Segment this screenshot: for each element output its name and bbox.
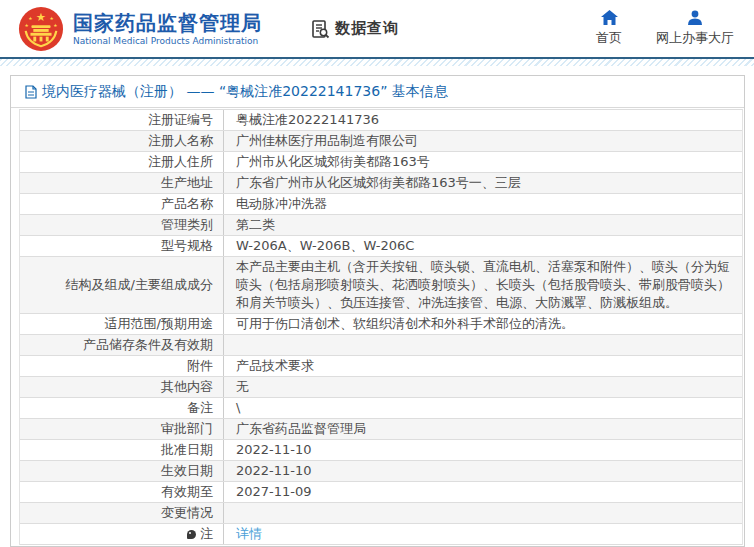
row-label: 有效期至 [20, 482, 224, 502]
table-row: 其他内容无 [20, 377, 742, 398]
nav-item-home[interactable]: 首页 [596, 10, 622, 47]
row-value: 产品技术要求 [224, 356, 742, 376]
row-value: W-206A、W-206B、W-206C [224, 236, 742, 256]
table-row: 变更情况 [20, 503, 742, 524]
row-label: 产品名称 [20, 194, 224, 214]
table-row: 备注\ [20, 398, 742, 419]
row-label: 结构及组成/主要组成成分 [20, 257, 224, 313]
page-title-bar: 境内医疗器械（注册） —— “粤械注准20222141736” 基本信息 [11, 76, 744, 108]
document-icon [25, 85, 37, 99]
row-label: 型号规格 [20, 236, 224, 256]
svg-text:★: ★ [28, 16, 32, 21]
row-label: 其他内容 [20, 377, 224, 397]
row-value: 第二类 [224, 215, 742, 235]
row-label: 适用范围/预期用途 [20, 314, 224, 334]
row-value: 2022-11-10 [224, 461, 742, 481]
table-row: 适用范围/预期用途可用于伤口清创术、软组织清创术和外科手术部位的清洗。 [20, 314, 742, 335]
row-value: 广东省广州市从化区城郊街美都路163号一、三层 [224, 173, 742, 193]
table-row: 有效期至2027-11-09 [20, 482, 742, 503]
page-title: 境内医疗器械（注册） —— “粤械注准20222141736” 基本信息 [42, 83, 448, 101]
nav-item-label: 网上办事大厅 [656, 29, 734, 47]
nav-item-label: 首页 [596, 29, 622, 47]
site-header: ★ ★ ★ ★ ★ 国家药品监督管理局 National Medical Pro… [0, 0, 754, 57]
row-label: 注册人名称 [20, 131, 224, 151]
row-label: 注册人住所 [20, 152, 224, 172]
table-row: 附件产品技术要求 [20, 356, 742, 377]
row-label: 批准日期 [20, 440, 224, 460]
row-label: 产品储存条件及有效期 [20, 335, 224, 355]
note-icon [187, 530, 196, 539]
table-row: 结构及组成/主要组成成分本产品主要由主机（含开关按钮、喷头锁、直流电机、活塞泵和… [20, 257, 742, 314]
row-value: \ [224, 398, 742, 418]
row-label: 附件 [20, 356, 224, 376]
row-value: 广州市从化区城郊街美都路163号 [224, 152, 742, 172]
table-row: 注详情 [20, 524, 742, 545]
agency-title-block: 国家药品监督管理局 National Medical Products Admi… [73, 11, 262, 47]
row-value: 广州佳林医疗用品制造有限公司 [224, 131, 742, 151]
row-label: 注册证编号 [20, 110, 224, 130]
row-label: 管理类别 [20, 215, 224, 235]
table-row: 生效日期2022-11-10 [20, 461, 742, 482]
data-query-button[interactable]: 数据查询 [310, 19, 399, 39]
data-query-label: 数据查询 [335, 19, 399, 38]
main-panel: 境内医疗器械（注册） —— “粤械注准20222141736” 基本信息 注册证… [10, 75, 745, 547]
table-row: 型号规格W-206A、W-206B、W-206C [20, 236, 742, 257]
row-label: 备注 [20, 398, 224, 418]
row-value: 2022-11-10 [224, 440, 742, 460]
person-icon [687, 10, 703, 25]
row-value: 本产品主要由主机（含开关按钮、喷头锁、直流电机、活塞泵和附件）、喷头（分为短喷头… [224, 257, 742, 313]
row-value: 电动脉冲冲洗器 [224, 194, 742, 214]
row-value [224, 503, 742, 523]
table-row: 注册人住所广州市从化区城郊街美都路163号 [20, 152, 742, 173]
table-row: 生产地址广东省广州市从化区城郊街美都路163号一、三层 [20, 173, 742, 194]
row-value: 广东省药品监督管理局 [224, 419, 742, 439]
row-value: 详情 [224, 524, 742, 544]
registration-info-table: 注册证编号粤械注准20222141736注册人名称广州佳林医疗用品制造有限公司注… [19, 109, 743, 545]
row-value: 无 [224, 377, 742, 397]
table-row: 批准日期2022-11-10 [20, 440, 742, 461]
svg-text:★: ★ [53, 23, 57, 28]
national-emblem-logo: ★ ★ ★ ★ ★ [18, 6, 64, 52]
row-value: 2027-11-09 [224, 482, 742, 502]
row-label: 审批部门 [20, 419, 224, 439]
nav-item-service-hall[interactable]: 网上办事大厅 [656, 10, 734, 47]
table-row: 产品储存条件及有效期 [20, 335, 742, 356]
header-nav: 首页 网上办事大厅 [596, 10, 734, 47]
header-stripe-divider [0, 57, 754, 66]
table-row: 审批部门广东省药品监督管理局 [20, 419, 742, 440]
agency-brand: ★ ★ ★ ★ ★ 国家药品监督管理局 National Medical Pro… [18, 6, 262, 52]
row-label: 生效日期 [20, 461, 224, 481]
agency-name-en: National Medical Products Administration [73, 35, 262, 47]
svg-text:★: ★ [49, 16, 53, 21]
home-icon [601, 10, 618, 25]
table-row: 产品名称电动脉冲冲洗器 [20, 194, 742, 215]
row-label: 生产地址 [20, 173, 224, 193]
row-value: 可用于伤口清创术、软组织清创术和外科手术部位的清洗。 [224, 314, 742, 334]
table-row: 注册证编号粤械注准20222141736 [20, 110, 742, 131]
row-value: 粤械注准20222141736 [224, 110, 742, 130]
svg-text:★: ★ [36, 10, 46, 24]
row-label: 变更情况 [20, 503, 224, 523]
agency-name-cn: 国家药品监督管理局 [73, 11, 262, 35]
row-value [224, 335, 742, 355]
detail-link[interactable]: 详情 [236, 526, 262, 541]
svg-text:★: ★ [24, 23, 28, 28]
row-label: 注 [20, 524, 224, 544]
table-row: 注册人名称广州佳林医疗用品制造有限公司 [20, 131, 742, 152]
table-row: 管理类别第二类 [20, 215, 742, 236]
document-search-icon [310, 19, 330, 39]
